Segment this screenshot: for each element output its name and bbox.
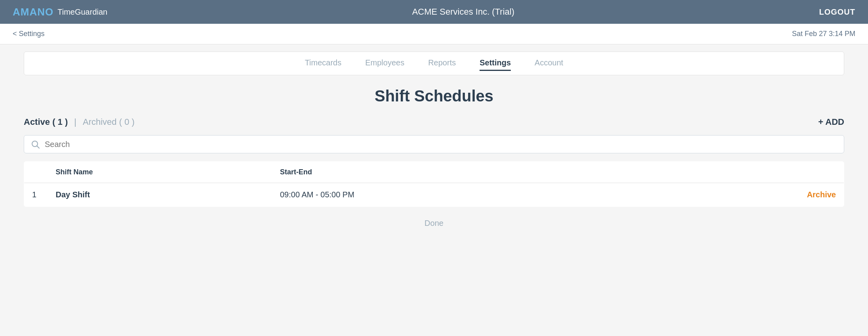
table-row: 1 Day Shift 09:00 AM - 05:00 PM Archive <box>24 183 844 207</box>
done-button[interactable]: Done <box>424 219 444 227</box>
logo-amano: AMANO <box>13 6 53 18</box>
row-shift-name: Day Shift <box>48 183 272 207</box>
table-header-row: Shift Name Start-End <box>24 162 844 183</box>
logo-timeguardian: TimeGuardian <box>57 8 107 17</box>
back-to-settings-link[interactable]: < Settings <box>13 30 45 38</box>
main-nav: Timecards Employees Reports Settings Acc… <box>24 52 844 75</box>
archive-button[interactable]: Archive <box>807 190 836 199</box>
nav-account[interactable]: Account <box>535 56 563 71</box>
tab-divider: | <box>74 117 76 127</box>
add-button[interactable]: + ADD <box>818 117 844 127</box>
current-datetime: Sat Feb 27 3:14 PM <box>792 30 855 38</box>
tabs-row: Active ( 1 ) | Archived ( 0 ) + ADD <box>24 117 844 127</box>
done-row: Done <box>24 219 844 228</box>
nav-reports[interactable]: Reports <box>428 56 456 71</box>
col-shift-name: Shift Name <box>48 162 272 183</box>
col-start-end: Start-End <box>272 162 653 183</box>
search-box <box>24 135 844 153</box>
col-action <box>653 162 844 183</box>
col-num <box>24 162 48 183</box>
sub-header: < Settings Sat Feb 27 3:14 PM <box>0 24 868 44</box>
nav-settings[interactable]: Settings <box>480 56 511 71</box>
tab-archived[interactable]: Archived ( 0 ) <box>83 117 135 127</box>
row-start-end: 09:00 AM - 05:00 PM <box>272 183 653 207</box>
page-title: Shift Schedules <box>24 87 844 105</box>
svg-line-1 <box>37 146 40 149</box>
tab-active[interactable]: Active ( 1 ) <box>24 117 68 127</box>
search-icon <box>30 139 40 149</box>
main-content: Shift Schedules Active ( 1 ) | Archived … <box>0 75 868 240</box>
app-title: ACME Services Inc. (Trial) <box>412 7 514 17</box>
row-num: 1 <box>24 183 48 207</box>
logo: AMANO TimeGuardian <box>13 6 107 18</box>
tabs-left: Active ( 1 ) | Archived ( 0 ) <box>24 117 135 127</box>
shift-table: Shift Name Start-End 1 Day Shift 09:00 A… <box>24 161 844 207</box>
app-header: AMANO TimeGuardian ACME Services Inc. (T… <box>0 0 868 24</box>
nav-employees[interactable]: Employees <box>365 56 404 71</box>
row-action: Archive <box>653 183 844 207</box>
nav-timecards[interactable]: Timecards <box>305 56 342 71</box>
search-input[interactable] <box>45 140 838 149</box>
logout-button[interactable]: LOGOUT <box>819 8 855 17</box>
